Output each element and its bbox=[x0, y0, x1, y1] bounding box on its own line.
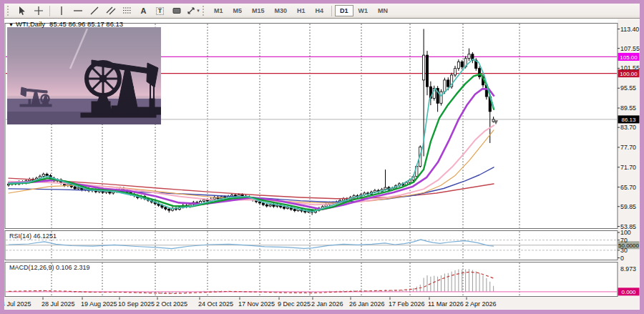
timeframe-button-M30[interactable]: M30 bbox=[270, 5, 293, 16]
svg-text:113.40: 113.40 bbox=[620, 26, 639, 33]
tool-shapes-icon[interactable] bbox=[168, 5, 185, 17]
svg-text:0: 0 bbox=[620, 255, 624, 262]
tool-trendline-icon[interactable] bbox=[86, 5, 102, 17]
svg-text:101.55: 101.55 bbox=[620, 64, 640, 72]
macd-label: MACD(12,26,9) 0.106 2.319 bbox=[9, 264, 90, 271]
timeframe-button-M15[interactable]: M15 bbox=[247, 5, 270, 16]
svg-text:17 Feb 2026: 17 Feb 2026 bbox=[389, 300, 425, 308]
svg-text:11 Mar 2026: 11 Mar 2026 bbox=[428, 300, 464, 308]
svg-text:2 Jan 2026: 2 Jan 2026 bbox=[311, 300, 343, 308]
chart-title[interactable]: ▼WTI,Daily85.45 86.96 85.17 86.13 bbox=[9, 20, 123, 28]
svg-text:4 Jul 2025: 4 Jul 2025 bbox=[4, 300, 31, 308]
timeframe-button-D1[interactable]: D1 bbox=[335, 5, 353, 16]
tool-arrows-icon[interactable]: ▾ bbox=[185, 5, 201, 17]
tool-horizontal-line-icon[interactable] bbox=[69, 5, 86, 17]
svg-text:30: 30 bbox=[620, 247, 628, 254]
svg-text:100: 100 bbox=[620, 229, 631, 236]
toolbar-grip[interactable] bbox=[7, 6, 11, 16]
svg-text:77.70: 77.70 bbox=[620, 144, 636, 151]
svg-text:8.973: 8.973 bbox=[620, 265, 636, 273]
ohlc-readout: 85.45 86.96 85.17 86.13 bbox=[49, 20, 123, 28]
svg-text:2 Apr 2026: 2 Apr 2026 bbox=[465, 300, 497, 308]
svg-text:17 Nov 2025: 17 Nov 2025 bbox=[238, 300, 275, 308]
symbol-dropdown-icon[interactable]: ▼ bbox=[9, 22, 14, 27]
svg-text:24 Oct 2025: 24 Oct 2025 bbox=[198, 300, 233, 308]
drawing-tools-group: AT▾ bbox=[14, 4, 201, 18]
chart-area: AT▾ M1M5M15M30H1H4D1W1MN 105.00100.0086.… bbox=[4, 4, 640, 310]
tool-fibonacci-icon[interactable] bbox=[119, 5, 135, 17]
symbol-name: WTI,Daily bbox=[16, 20, 45, 28]
toolbar: AT▾ M1M5M15M30H1H4D1W1MN bbox=[4, 4, 640, 19]
terminal-window: AT▾ M1M5M15M30H1H4D1W1MN 105.00100.0086.… bbox=[0, 0, 644, 314]
svg-text:107.55: 107.55 bbox=[620, 45, 640, 52]
timeframe-button-H4[interactable]: H4 bbox=[311, 5, 329, 16]
svg-text:105.00: 105.00 bbox=[620, 54, 638, 61]
contrail bbox=[70, 29, 87, 69]
chart-region[interactable]: 105.00100.0086.1350.00000.000113.40107.5… bbox=[4, 19, 640, 310]
timeframe-button-M1[interactable]: M1 bbox=[209, 5, 228, 16]
tool-crosshair-icon[interactable] bbox=[30, 5, 47, 17]
tool-text-icon[interactable]: A bbox=[135, 5, 152, 17]
rsi-label: RSI(14) 46.1251 bbox=[9, 232, 57, 240]
svg-text:86.13: 86.13 bbox=[621, 117, 636, 123]
svg-text:26 Jan 2026: 26 Jan 2026 bbox=[349, 300, 385, 308]
timeframe-button-M5[interactable]: M5 bbox=[228, 5, 248, 16]
timeframe-button-MN[interactable]: MN bbox=[373, 5, 393, 16]
svg-text:71.70: 71.70 bbox=[620, 164, 636, 171]
svg-text:9 Dec 2025: 9 Dec 2025 bbox=[278, 300, 311, 308]
svg-text:19 Aug 2025: 19 Aug 2025 bbox=[81, 300, 117, 308]
caret-down-icon: ▾ bbox=[197, 8, 200, 14]
pumpjack-silhouette bbox=[7, 27, 161, 124]
toolbar-separator bbox=[49, 6, 50, 16]
tool-cursor-icon[interactable] bbox=[14, 5, 30, 17]
svg-text:83.70: 83.70 bbox=[620, 124, 636, 131]
timeframe-buttons-group: M1M5M15M30H1H4D1W1MN bbox=[209, 4, 393, 18]
svg-text:28 Jul 2025: 28 Jul 2025 bbox=[42, 300, 75, 308]
svg-text:65.70: 65.70 bbox=[620, 184, 636, 191]
timeframe-button-H1[interactable]: H1 bbox=[292, 5, 311, 16]
svg-text:2 Oct 2025: 2 Oct 2025 bbox=[156, 300, 187, 308]
symbol-photo bbox=[7, 27, 161, 124]
svg-text:70: 70 bbox=[620, 237, 628, 244]
large-pumpjack bbox=[81, 60, 161, 117]
toolbar-grip-2[interactable] bbox=[203, 6, 206, 16]
svg-text:10 Sep 2025: 10 Sep 2025 bbox=[118, 300, 155, 308]
timeframe-button-W1[interactable]: W1 bbox=[353, 5, 374, 16]
svg-text:0.000: 0.000 bbox=[621, 289, 636, 295]
toolbar-separator bbox=[331, 6, 332, 16]
tool-equidistant-channel-icon[interactable] bbox=[102, 5, 119, 17]
svg-text:59.85: 59.85 bbox=[620, 203, 636, 210]
svg-text:89.55: 89.55 bbox=[620, 104, 636, 112]
tool-vertical-line-icon[interactable] bbox=[53, 5, 69, 17]
svg-text:95.55: 95.55 bbox=[620, 84, 636, 92]
tool-text-label-icon[interactable]: T bbox=[152, 5, 168, 17]
